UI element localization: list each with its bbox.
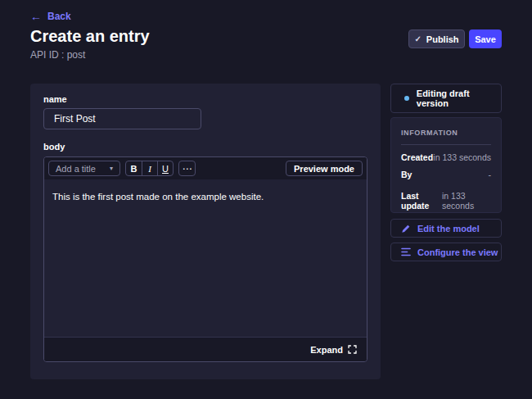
- info-row-created-by: By -: [401, 170, 491, 179]
- underline-button[interactable]: U: [157, 161, 173, 175]
- save-button-label: Save: [475, 34, 496, 44]
- mixer-icon: [401, 247, 411, 256]
- format-button-group: B I U: [125, 161, 174, 176]
- draft-status-box: Editing draft version: [390, 84, 502, 113]
- publish-button-label: Publish: [426, 34, 459, 44]
- page-title: Create an entry: [30, 27, 150, 46]
- info-row-last-update: Last update in 133 seconds: [401, 191, 491, 211]
- info-value: -: [489, 170, 492, 179]
- back-link[interactable]: ← Back: [30, 11, 71, 22]
- title-select-label: Add a title: [56, 164, 96, 174]
- configure-view-label: Configure the view: [417, 247, 498, 257]
- bold-button[interactable]: B: [126, 161, 142, 175]
- chevron-down-icon: ▾: [110, 165, 113, 172]
- info-value: in 133 seconds: [433, 152, 491, 162]
- info-label: By: [401, 170, 412, 179]
- back-arrow-icon: ←: [30, 11, 42, 22]
- body-text: This is the first post made on the examp…: [52, 192, 264, 202]
- name-field-label: name: [43, 94, 67, 104]
- body-field-label: body: [43, 142, 65, 152]
- rich-text-editor: Add a title ▾ B I U ⋯ Preview mode This …: [43, 156, 367, 362]
- editor-footer: Expand: [44, 337, 367, 361]
- save-button[interactable]: Save: [469, 29, 502, 48]
- info-row-created: Created in 133 seconds: [401, 152, 491, 162]
- italic-button[interactable]: I: [142, 161, 157, 175]
- title-select[interactable]: Add a title ▾: [48, 161, 120, 176]
- api-id-subtitle: API ID : post: [30, 49, 85, 61]
- draft-status-dot-icon: [404, 96, 409, 101]
- ellipsis-icon: ⋯: [183, 164, 192, 174]
- edit-model-button[interactable]: Edit the model: [390, 219, 502, 238]
- expand-button-label: Expand: [310, 345, 343, 355]
- check-icon: ✓: [414, 35, 421, 43]
- information-panel: INFORMATION Created in 133 seconds By - …: [390, 117, 502, 213]
- more-options-button[interactable]: ⋯: [178, 161, 196, 176]
- editor-content[interactable]: This is the first post made on the examp…: [44, 179, 367, 337]
- publish-button[interactable]: ✓ Publish: [408, 29, 465, 48]
- editor-toolbar: Add a title ▾ B I U ⋯ Preview mode: [44, 157, 367, 179]
- information-title: INFORMATION: [401, 129, 491, 137]
- expand-button[interactable]: Expand: [310, 345, 357, 355]
- expand-icon: [348, 345, 357, 354]
- information-divider: [401, 144, 491, 145]
- pencil-icon: [401, 224, 411, 234]
- info-label: Created: [401, 152, 433, 162]
- draft-status-label: Editing draft version: [417, 88, 501, 108]
- name-input[interactable]: [43, 108, 201, 129]
- configure-view-button[interactable]: Configure the view: [390, 243, 502, 261]
- edit-model-label: Edit the model: [417, 224, 480, 234]
- info-label: Last update: [401, 191, 442, 211]
- back-link-label: Back: [47, 11, 71, 22]
- preview-mode-button[interactable]: Preview mode: [286, 161, 363, 176]
- content-card: name body Add a title ▾ B I U ⋯ Preview …: [30, 84, 381, 379]
- info-value: in 133 seconds: [442, 191, 491, 211]
